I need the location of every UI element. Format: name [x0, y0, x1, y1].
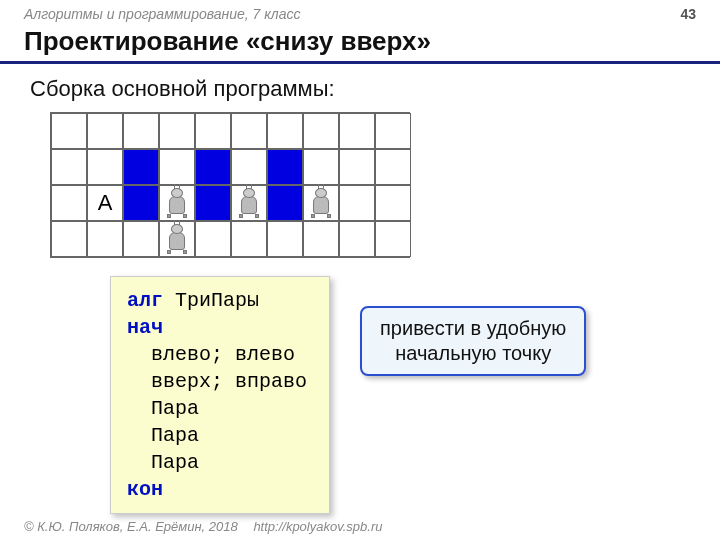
grid-cell [267, 149, 303, 185]
grid-cell [51, 185, 87, 221]
grid-cell [123, 113, 159, 149]
robot-icon [308, 188, 334, 218]
slide-footer: © К.Ю. Поляков, Е.А. Ерёмин, 2018 http:/… [24, 519, 382, 534]
grid-cell [375, 113, 411, 149]
grid-cell [231, 113, 267, 149]
grid-cell [339, 185, 375, 221]
grid-cell [51, 149, 87, 185]
keyword-alg: алг [127, 289, 163, 312]
grid-cell [159, 149, 195, 185]
keyword-begin: нач [127, 316, 163, 339]
slide-title: Проектирование «снизу вверх» [0, 24, 720, 64]
code-line: Пара [127, 424, 199, 447]
grid-cell [303, 149, 339, 185]
grid-cell [267, 221, 303, 257]
grid-cell [159, 221, 195, 257]
grid-cell [231, 149, 267, 185]
grid-label-A: А [98, 190, 113, 216]
callout-line: привести в удобную [380, 316, 566, 341]
grid-cell [87, 113, 123, 149]
code-line: Пара [127, 397, 199, 420]
course-label: Алгоритмы и программирование, 7 класс [24, 6, 301, 22]
robot-icon [164, 224, 190, 254]
grid-cell: А [87, 185, 123, 221]
grid-cell [159, 113, 195, 149]
grid-cell [87, 149, 123, 185]
grid-cell [195, 185, 231, 221]
page-number: 43 [680, 6, 696, 22]
grid-cell [123, 185, 159, 221]
grid-cell [231, 185, 267, 221]
grid-illustration: А [50, 112, 720, 258]
grid-cell [339, 149, 375, 185]
grid-cell [195, 221, 231, 257]
callout-note: привести в удобную начальную точку [360, 306, 586, 376]
algo-name: ТриПары [175, 289, 259, 312]
robot-icon [236, 188, 262, 218]
robot-icon [164, 188, 190, 218]
grid-cell [375, 185, 411, 221]
grid-cell [51, 113, 87, 149]
code-line: вверх; вправо [127, 370, 307, 393]
grid-cell [267, 113, 303, 149]
grid-cell [303, 221, 339, 257]
slide-subtitle: Сборка основной программы: [0, 74, 720, 112]
grid-cell [375, 149, 411, 185]
grid-cell [51, 221, 87, 257]
grid-cell [195, 149, 231, 185]
keyword-end: кон [127, 478, 163, 501]
code-box: алг ТриПары нач влево; влево вверх; впра… [110, 276, 330, 514]
footer-url: http://kpolyakov.spb.ru [253, 519, 382, 534]
grid-cell [123, 221, 159, 257]
grid-cell [87, 221, 123, 257]
grid-cell [303, 185, 339, 221]
grid-cell [339, 113, 375, 149]
grid-cell [159, 185, 195, 221]
grid-cell [231, 221, 267, 257]
grid-cell [339, 221, 375, 257]
grid-cell [375, 221, 411, 257]
grid-cell [267, 185, 303, 221]
code-line: влево; влево [127, 343, 295, 366]
grid-cell [303, 113, 339, 149]
grid-cell [123, 149, 159, 185]
callout-line: начальную точку [380, 341, 566, 366]
copyright: © К.Ю. Поляков, Е.А. Ерёмин, 2018 [24, 519, 238, 534]
code-line: Пара [127, 451, 199, 474]
slide-header: Алгоритмы и программирование, 7 класс 43 [0, 0, 720, 24]
grid-cell [195, 113, 231, 149]
